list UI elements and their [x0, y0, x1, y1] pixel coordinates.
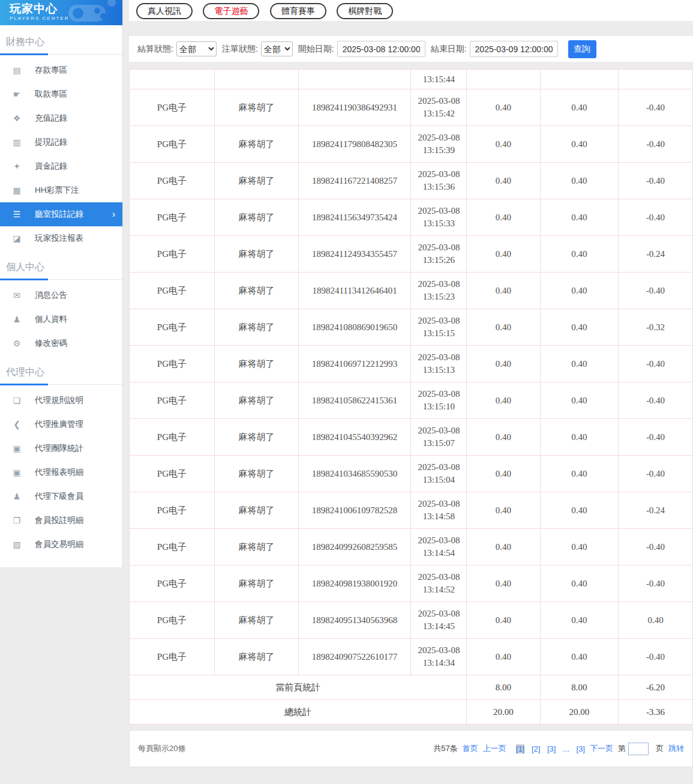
cell-order-id: 1898241113412646401 — [298, 273, 411, 309]
cell-order-id: 1898241045540392962 — [298, 419, 411, 456]
sidebar-item[interactable]: ♟ 代理下級會員 — [0, 484, 122, 508]
cell-datetime: 2025-03-0813:15:04 — [411, 456, 467, 492]
order-status-select[interactable]: 全部 — [261, 41, 293, 56]
cell-provider: PG电子 — [130, 382, 215, 419]
game-category-tab[interactable]: 體育賽事 — [270, 3, 326, 19]
cell-bet: 0.40 — [467, 273, 540, 309]
cell-provider — [130, 70, 215, 89]
cell-profit: -0.40 — [619, 419, 693, 456]
game-category-tab[interactable]: 棋牌對戰 — [337, 3, 393, 19]
sidebar-item[interactable]: ❏ 代理規則說明 — [0, 388, 122, 412]
cashout-wallet-icon: ▥ — [11, 137, 23, 147]
sidebar-item[interactable]: ♟ 個人資料 — [0, 307, 122, 331]
sidebar-item[interactable]: ▤ 存款專區 — [0, 58, 122, 82]
cell-bet — [467, 70, 540, 89]
news-report-icon: ▣ — [11, 444, 23, 453]
cell-game — [214, 70, 298, 89]
cell-game: 麻将胡了 — [214, 565, 298, 602]
cell-order-id: 1898241069712212993 — [298, 346, 411, 382]
cell-valid-bet: 0.40 — [540, 382, 619, 419]
cell-order-id: 1898240992608259585 — [298, 529, 411, 565]
cell-game: 麻将胡了 — [214, 273, 298, 309]
page-number-link[interactable]: [1] — [516, 744, 524, 753]
end-date-input[interactable] — [470, 41, 558, 57]
jump-action-link[interactable]: 跳转 — [668, 743, 684, 754]
total-count-label: 共57条 — [433, 743, 457, 754]
first-page-link[interactable]: 首页 — [463, 743, 478, 754]
cell-bet: 0.40 — [467, 236, 540, 273]
page-jump-input[interactable] — [628, 743, 649, 755]
cell-game: 麻将胡了 — [214, 236, 298, 273]
cell-game: 麻将胡了 — [214, 529, 298, 565]
document-icon: ❏ — [11, 396, 23, 405]
start-date-input[interactable] — [337, 41, 425, 57]
cell-provider: PG电子 — [130, 529, 215, 565]
cell-profit: -0.24 — [619, 236, 693, 273]
gamepad-decoration-icon — [64, 0, 118, 25]
sidebar-item[interactable]: ☛ 取款專區 — [0, 82, 122, 106]
cell-profit: -0.40 — [619, 273, 693, 309]
sidebar-item[interactable]: ▧ 會員交易明細 — [0, 532, 122, 556]
sidebar-item-label: 代理下級會員 — [35, 491, 83, 502]
cell-order-id: 1898241167221408257 — [298, 163, 411, 199]
cell-game: 麻将胡了 — [214, 602, 298, 639]
game-category-tab[interactable]: 真人視訊 — [136, 3, 193, 19]
sidebar-item[interactable]: ☰ 廳室投註記錄 — [0, 202, 122, 226]
cell-provider: PG电子 — [130, 309, 215, 346]
end-date-label: 結束日期: — [431, 44, 467, 55]
cell-provider: PG电子 — [130, 492, 215, 529]
table-row: PG电子 麻将胡了 1898241179808482305 2025-03-08… — [130, 126, 693, 163]
game-category-tab[interactable]: 電子遊藝 — [203, 3, 259, 19]
table-row-partial: 13:15:44 — [130, 70, 693, 89]
sidebar-item-label: 個人資料 — [35, 314, 67, 325]
sidebar-item-label: 會員投註明細 — [35, 515, 83, 526]
cell-order-id: 1898241058622415361 — [298, 382, 411, 419]
cell-order-id: 1898241124934355457 — [298, 236, 411, 273]
table-row: PG电子 麻将胡了 1898240992608259585 2025-03-08… — [130, 529, 693, 565]
search-button[interactable]: 查詢 — [568, 40, 596, 58]
cell-provider: PG电子 — [130, 236, 215, 273]
cell-profit: -0.40 — [619, 639, 693, 675]
sidebar-item-label: 玩家投注報表 — [35, 233, 83, 244]
page-number-link[interactable]: [2] — [532, 744, 540, 753]
sidebar-item[interactable]: ⚙ 修改密碼 — [0, 331, 122, 355]
next-page-link[interactable]: 下一页 — [590, 743, 613, 754]
page-number-link[interactable]: ... — [563, 744, 569, 753]
page-number-link[interactable]: [3] — [577, 744, 585, 753]
sidebar-item[interactable]: ✦ 資金記錄 — [0, 154, 122, 178]
sidebar-item[interactable]: ▣ 代理報表明細 — [0, 460, 122, 484]
sidebar-item[interactable]: ✉ 消息公告 — [0, 283, 122, 307]
cell-profit: -0.40 — [619, 163, 693, 199]
chevron-right-icon — [112, 209, 115, 220]
jump-prefix-label: 第 — [618, 743, 626, 754]
cell-bet: 0.40 — [467, 529, 540, 565]
sidebar-item[interactable]: ▣ 代理團隊統計 — [0, 436, 122, 460]
cell-profit: -0.32 — [619, 309, 693, 346]
sidebar-item[interactable]: ❐ 會員投註明細 — [0, 508, 122, 532]
cell-profit: 0.40 — [619, 602, 693, 639]
sidebar-item[interactable]: ❮ 代理推廣管理 — [0, 412, 122, 436]
cell-profit: -0.40 — [619, 565, 693, 602]
cell-profit: -0.40 — [619, 382, 693, 419]
sidebar-item[interactable]: ▦ HH彩票下注 — [0, 178, 122, 202]
prev-page-link[interactable]: 上一页 — [483, 743, 506, 754]
cell-datetime: 2025-03-0813:15:33 — [411, 199, 467, 236]
cell-profit: -0.40 — [619, 199, 693, 236]
cell-bet: 0.40 — [467, 565, 540, 602]
main-content: 真人視訊 電子遊藝 體育賽事 棋牌對戰 結算狀態: 全部 注單狀態: 全部 開始… — [129, 0, 693, 767]
sidebar-item[interactable]: ❖ 充值記錄 — [0, 106, 122, 130]
per-page-label: 每頁顯示20條 — [138, 743, 185, 754]
cell-game: 麻将胡了 — [214, 492, 298, 529]
sidebar-item[interactable]: ◪ 玩家投注報表 — [0, 226, 122, 250]
cell-provider: PG电子 — [130, 273, 215, 309]
cell-provider: PG电子 — [130, 89, 215, 126]
cell-datetime: 2025-03-0813:15:39 — [411, 126, 467, 163]
cell-profit: -0.40 — [619, 529, 693, 565]
cell-provider: PG电子 — [130, 163, 215, 199]
page-number-link[interactable]: [3] — [547, 744, 556, 753]
sidebar-item[interactable]: ▥ 提現記錄 — [0, 130, 122, 154]
section-title-agent: 代理中心 — [0, 361, 122, 385]
cell-datetime: 2025-03-0813:15:36 — [411, 163, 467, 199]
settle-status-select[interactable]: 全部 — [176, 41, 217, 56]
cell-valid-bet: 0.40 — [540, 492, 619, 529]
